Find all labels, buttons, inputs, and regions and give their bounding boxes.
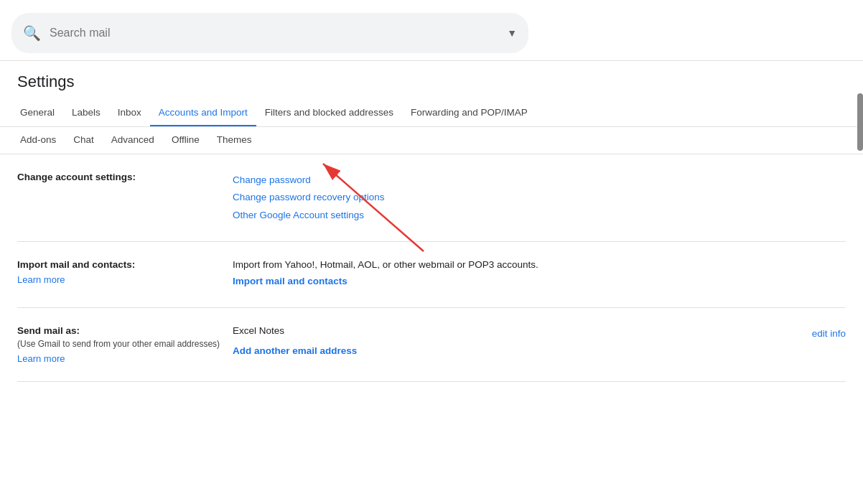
search-icon: 🔍 [23, 24, 41, 42]
send-mail-label: Send mail as: (Use Gmail to send from yo… [17, 325, 233, 364]
search-bar[interactable]: 🔍 ▼ [11, 13, 528, 53]
import-learn-more-link[interactable]: Learn more [17, 274, 224, 285]
add-email-address-link[interactable]: Add another email address [233, 342, 846, 360]
change-account-content: Change password Change password recovery… [233, 172, 846, 224]
header-bar: 🔍 ▼ [0, 0, 863, 61]
scrollbar[interactable] [857, 93, 863, 151]
tab-labels[interactable]: Labels [63, 100, 109, 127]
send-mail-learn-more-link[interactable]: Learn more [17, 353, 224, 364]
section-send-mail: Send mail as: (Use Gmail to send from yo… [17, 308, 846, 382]
page-title: Settings [0, 61, 863, 100]
tab-chat[interactable]: Chat [65, 127, 103, 154]
tab-inbox[interactable]: Inbox [109, 100, 150, 127]
import-mail-content: Import from Yahoo!, Hotmail, AOL, or oth… [233, 259, 846, 290]
import-mail-contacts-link[interactable]: Import mail and contacts [233, 273, 846, 290]
settings-content: Change account settings: Change password… [0, 154, 863, 382]
tab-offline[interactable]: Offline [163, 127, 208, 154]
change-account-label: Change account settings: [17, 172, 233, 182]
change-recovery-link[interactable]: Change password recovery options [233, 189, 846, 206]
import-description: Import from Yahoo!, Hotmail, AOL, or oth… [233, 259, 846, 270]
tab-forwarding[interactable]: Forwarding and POP/IMAP [402, 100, 536, 127]
tab-general[interactable]: General [11, 100, 63, 127]
send-mail-row: Excel Notes edit info [233, 325, 846, 342]
import-mail-label: Import mail and contacts: Learn more [17, 259, 233, 285]
page-wrapper: 🔍 ▼ Settings General Labels Inbox Accoun… [0, 0, 863, 504]
edit-info-link[interactable]: edit info [812, 325, 846, 342]
search-input[interactable] [50, 27, 507, 39]
send-mail-account-name: Excel Notes [233, 325, 284, 336]
tab-accounts-import[interactable]: Accounts and Import [150, 100, 256, 127]
dropdown-icon[interactable]: ▼ [507, 27, 517, 39]
tab-addons[interactable]: Add-ons [11, 127, 65, 154]
google-account-link[interactable]: Other Google Account settings [233, 207, 846, 224]
section-import-mail: Import mail and contacts: Learn more Imp… [17, 242, 846, 308]
tabs-row-2: Add-ons Chat Advanced Offline Themes [0, 127, 863, 154]
tab-advanced[interactable]: Advanced [103, 127, 163, 154]
change-password-link[interactable]: Change password [233, 172, 846, 189]
tabs-row-1: General Labels Inbox Accounts and Import… [0, 100, 863, 127]
section-change-account: Change account settings: Change password… [17, 154, 846, 242]
tab-themes[interactable]: Themes [208, 127, 261, 154]
tab-filters[interactable]: Filters and blocked addresses [256, 100, 402, 127]
send-mail-sublabel: (Use Gmail to send from your other email… [17, 339, 224, 349]
send-mail-content: Excel Notes edit info Add another email … [233, 325, 846, 360]
